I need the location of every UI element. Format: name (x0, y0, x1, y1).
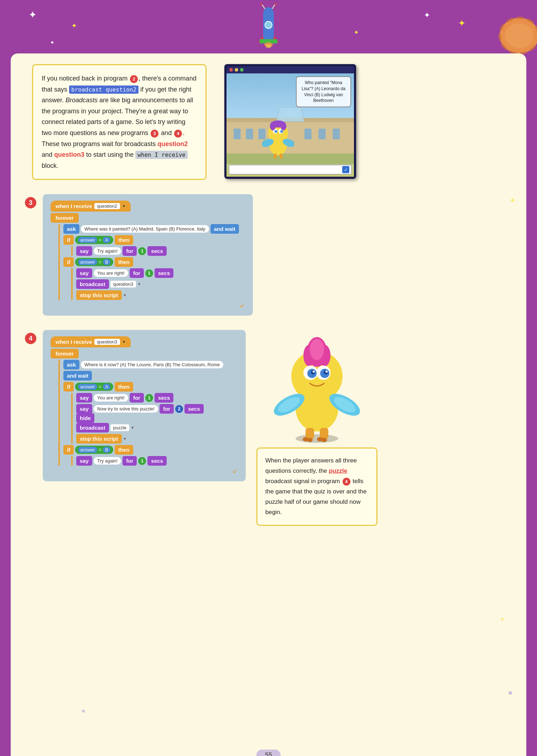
if1-answer-3: answer (78, 237, 97, 243)
broadcast-dropdown-3[interactable]: question3 (110, 281, 136, 288)
ask-block-4: ask (63, 360, 79, 369)
scratch-char-screenshot (262, 120, 294, 159)
svg-point-31 (275, 130, 277, 133)
program3-panel: when I receive question2 ▼ forever ask W… (43, 194, 253, 316)
star-decoration-5: ✦ (354, 29, 359, 36)
question2-red: question2 (157, 140, 188, 147)
rocket-decoration (247, 4, 290, 53)
svg-point-4 (265, 21, 272, 29)
cream-star-2: ✦ (500, 616, 505, 623)
text-part-8: block. (42, 162, 58, 169)
hat-dropdown-4[interactable]: question3 (94, 339, 120, 345)
if2-answer-3: answer (78, 259, 97, 265)
program4-character-row: 4 when I receive question3 ▼ forever (32, 330, 509, 525)
hat-label-4: when I receive (56, 339, 92, 345)
svg-point-35 (281, 122, 286, 130)
svg-rect-22 (333, 129, 340, 139)
say2-block-3: say (76, 268, 92, 278)
stop-row-3: stop this script ▼ (76, 290, 245, 300)
ask-suffix-4: and wait (63, 371, 92, 380)
if1-then-3: then (115, 235, 133, 245)
top-section: If you noticed back in program 2, there'… (32, 64, 509, 180)
broadcast-block-4: broadcast (76, 423, 109, 433)
forever-row-4: forever (51, 349, 238, 358)
titlebar-dot-red (229, 68, 233, 72)
svg-point-1 (263, 7, 274, 21)
titlebar-dot-yellow (235, 68, 238, 72)
page-background: ✦ ✦ ✦ ✦ ✦ ✦ (0, 0, 537, 756)
say2-for-3: for (130, 268, 144, 278)
ask-text-3: Where was it painted? (A) Madrid, Spain … (81, 225, 209, 233)
program4-section: 4 when I receive question3 ▼ forever (36, 330, 246, 481)
say2-row-4: say Now try to solve this puzzle! for 2 … (76, 404, 238, 414)
stop-row-4a: stop this script ▼ (76, 434, 238, 444)
forever-row-3: forever (51, 213, 245, 223)
if2-answer-4: answer (78, 447, 97, 453)
cream-star-1: ✦ (509, 196, 516, 205)
broadcast-row-3: broadcast question3 ▼ (76, 279, 245, 289)
star-decoration-1: ✦ (28, 9, 37, 21)
say2-num-3: 1 (145, 269, 153, 277)
main-content-area: If you noticed back in program 2, there'… (11, 53, 526, 756)
svg-point-11 (266, 45, 271, 48)
star-decoration-3: ✦ (50, 39, 54, 46)
if2-condition-3: answer = B (75, 258, 113, 266)
circle-num-2: 2 (130, 75, 138, 83)
hide-block-4: hide (76, 413, 94, 423)
screenshot-titlebar (226, 66, 354, 73)
hat-dropdown-3[interactable]: question2 (94, 203, 120, 209)
if1-row-3: if answer = A then (63, 235, 245, 245)
broadcast-dropdown-4[interactable]: puzzle (110, 424, 130, 431)
star-decoration-6: ✦ (458, 18, 466, 29)
say1-block-4: say (76, 393, 92, 403)
svg-point-53 (313, 371, 315, 373)
if1-value-3: A (103, 237, 110, 243)
if2-condition-4: answer = B (75, 446, 113, 454)
svg-point-46 (310, 339, 324, 360)
svg-point-54 (325, 371, 328, 373)
answer-input-bar[interactable]: ✓ (229, 165, 352, 175)
if1-equals-3: = (99, 237, 101, 243)
if1-condition-4: answer = A (75, 383, 113, 391)
forever-block-3: forever (51, 213, 79, 223)
circle-num-3: 3 (151, 130, 158, 138)
say3-secs-4: secs (147, 456, 166, 466)
say2-num-4: 2 (175, 405, 183, 413)
svg-rect-21 (319, 129, 326, 139)
cream-dot-2 (82, 710, 85, 713)
if2-value-3: B (103, 259, 110, 265)
titlebar-dot-green (240, 68, 244, 72)
say3-block-4: say (76, 456, 92, 466)
say1-text-3: Try again! (94, 247, 121, 255)
end-corner-4: ↙ (51, 467, 238, 475)
say1-for-3: for (122, 246, 137, 256)
say2-text-4: Now try to solve this puzzle! (94, 405, 158, 413)
page-number: 55 (256, 750, 281, 756)
if1-answer-4: answer (78, 384, 97, 390)
if2-then-3: then (115, 257, 133, 267)
say1-num-3: 1 (138, 247, 146, 255)
puzzle-underline: puzzle (329, 467, 347, 474)
when-i-receive-block-4: when I receive question3 ▼ (51, 336, 131, 347)
say2-row-3: say You are right! for 1 secs (76, 268, 245, 278)
svg-point-32 (280, 130, 283, 133)
if2-then-4: then (115, 445, 133, 455)
stop-arrow-4a: ▼ (123, 437, 127, 441)
broadcast-row-4: broadcast puzzle ▼ (76, 423, 238, 433)
say2-for-4: for (160, 404, 174, 414)
if1-row-4: if answer = A then (63, 382, 238, 392)
say1-secs-4: secs (155, 393, 173, 403)
hide-row-4: hide (76, 415, 238, 421)
hat-block-4: when I receive question3 ▼ (51, 336, 238, 347)
forever-content-4: ask Where is it now? (A) The Louvre, Par… (58, 360, 238, 466)
program3-badge: 3 (25, 197, 36, 208)
if1-block-3: if (63, 235, 74, 245)
svg-point-14 (505, 23, 533, 48)
if2-content-4: say Try again! for 1 secs (71, 456, 238, 466)
svg-point-34 (270, 122, 276, 130)
program4-badge: 4 (25, 333, 36, 344)
star-decoration-2: ✦ (71, 21, 77, 30)
check-button[interactable]: ✓ (342, 166, 349, 173)
when-i-receive-highlight: when I receive (135, 151, 188, 159)
svg-rect-20 (304, 129, 312, 139)
